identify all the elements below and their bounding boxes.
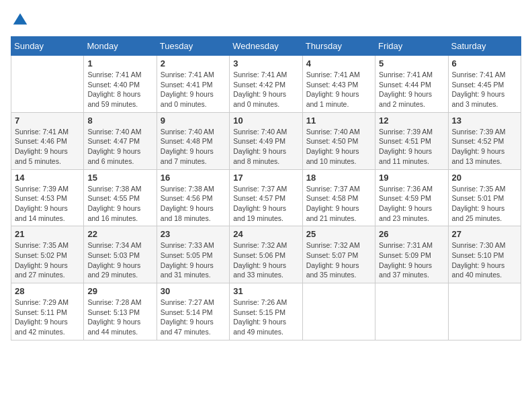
col-header-tuesday: Tuesday (157, 37, 229, 56)
day-number: 9 (161, 116, 226, 126)
day-info: Sunrise: 7:38 AM Sunset: 4:56 PM Dayligh… (161, 184, 226, 224)
day-cell (302, 283, 375, 340)
day-cell: 28Sunrise: 7:29 AM Sunset: 5:11 PM Dayli… (11, 283, 84, 340)
day-number: 24 (233, 229, 298, 239)
day-info: Sunrise: 7:39 AM Sunset: 4:51 PM Dayligh… (379, 127, 444, 167)
day-cell: 5Sunrise: 7:41 AM Sunset: 4:44 PM Daylig… (375, 56, 448, 113)
day-number: 5 (379, 58, 444, 68)
day-info: Sunrise: 7:39 AM Sunset: 4:52 PM Dayligh… (452, 127, 517, 167)
day-info: Sunrise: 7:40 AM Sunset: 4:50 PM Dayligh… (306, 127, 371, 167)
day-number: 7 (15, 116, 80, 126)
day-cell: 19Sunrise: 7:36 AM Sunset: 4:59 PM Dayli… (375, 169, 448, 226)
day-info: Sunrise: 7:41 AM Sunset: 4:44 PM Dayligh… (379, 70, 444, 109)
day-info: Sunrise: 7:41 AM Sunset: 4:41 PM Dayligh… (161, 70, 226, 109)
day-number: 29 (87, 286, 152, 296)
logo-icon (11, 11, 30, 30)
day-info: Sunrise: 7:35 AM Sunset: 5:02 PM Dayligh… (15, 240, 80, 280)
week-row: 28Sunrise: 7:29 AM Sunset: 5:11 PM Dayli… (11, 283, 521, 340)
day-cell: 17Sunrise: 7:37 AM Sunset: 4:57 PM Dayli… (230, 169, 302, 226)
day-number: 30 (161, 286, 226, 296)
day-number: 25 (306, 229, 371, 239)
day-info: Sunrise: 7:32 AM Sunset: 5:07 PM Dayligh… (306, 240, 371, 280)
day-cell: 2Sunrise: 7:41 AM Sunset: 4:41 PM Daylig… (157, 56, 229, 113)
day-info: Sunrise: 7:41 AM Sunset: 4:42 PM Dayligh… (233, 70, 298, 109)
day-cell: 6Sunrise: 7:41 AM Sunset: 4:45 PM Daylig… (448, 56, 521, 113)
day-info: Sunrise: 7:38 AM Sunset: 4:55 PM Dayligh… (87, 184, 152, 224)
week-row: 14Sunrise: 7:39 AM Sunset: 4:53 PM Dayli… (11, 169, 521, 226)
day-number: 20 (452, 173, 517, 183)
day-cell: 7Sunrise: 7:41 AM Sunset: 4:46 PM Daylig… (11, 112, 84, 169)
day-number: 1 (87, 58, 152, 68)
day-info: Sunrise: 7:40 AM Sunset: 4:49 PM Dayligh… (233, 127, 298, 167)
day-cell: 26Sunrise: 7:31 AM Sunset: 5:09 PM Dayli… (375, 226, 448, 283)
logo (11, 11, 32, 30)
col-header-sunday: Sunday (11, 37, 84, 56)
week-row: 21Sunrise: 7:35 AM Sunset: 5:02 PM Dayli… (11, 226, 521, 283)
day-number: 17 (233, 173, 298, 183)
day-cell: 14Sunrise: 7:39 AM Sunset: 4:53 PM Dayli… (11, 169, 84, 226)
col-header-saturday: Saturday (448, 37, 521, 56)
day-info: Sunrise: 7:28 AM Sunset: 5:13 PM Dayligh… (87, 298, 152, 337)
day-info: Sunrise: 7:34 AM Sunset: 5:03 PM Dayligh… (87, 240, 152, 280)
day-cell: 10Sunrise: 7:40 AM Sunset: 4:49 PM Dayli… (230, 112, 302, 169)
day-info: Sunrise: 7:30 AM Sunset: 5:10 PM Dayligh… (452, 240, 517, 280)
day-info: Sunrise: 7:35 AM Sunset: 5:01 PM Dayligh… (452, 184, 517, 224)
day-number: 31 (233, 286, 298, 296)
day-cell: 18Sunrise: 7:37 AM Sunset: 4:58 PM Dayli… (302, 169, 375, 226)
page-header (11, 11, 521, 30)
day-number: 8 (87, 116, 152, 126)
day-cell: 24Sunrise: 7:32 AM Sunset: 5:06 PM Dayli… (230, 226, 302, 283)
day-cell: 30Sunrise: 7:27 AM Sunset: 5:14 PM Dayli… (157, 283, 229, 340)
day-cell: 31Sunrise: 7:26 AM Sunset: 5:15 PM Dayli… (230, 283, 302, 340)
day-cell: 11Sunrise: 7:40 AM Sunset: 4:50 PM Dayli… (302, 112, 375, 169)
day-info: Sunrise: 7:26 AM Sunset: 5:15 PM Dayligh… (233, 298, 298, 337)
day-number: 10 (233, 116, 298, 126)
day-cell: 8Sunrise: 7:40 AM Sunset: 4:47 PM Daylig… (84, 112, 157, 169)
day-number: 16 (161, 173, 226, 183)
day-number: 4 (306, 58, 371, 68)
day-info: Sunrise: 7:41 AM Sunset: 4:43 PM Dayligh… (306, 70, 371, 109)
day-number: 27 (452, 229, 517, 239)
day-cell: 9Sunrise: 7:40 AM Sunset: 4:48 PM Daylig… (157, 112, 229, 169)
day-cell: 12Sunrise: 7:39 AM Sunset: 4:51 PM Dayli… (375, 112, 448, 169)
day-cell: 27Sunrise: 7:30 AM Sunset: 5:10 PM Dayli… (448, 226, 521, 283)
day-number: 12 (379, 116, 444, 126)
day-info: Sunrise: 7:36 AM Sunset: 4:59 PM Dayligh… (379, 184, 444, 224)
week-row: 7Sunrise: 7:41 AM Sunset: 4:46 PM Daylig… (11, 112, 521, 169)
day-info: Sunrise: 7:33 AM Sunset: 5:05 PM Dayligh… (161, 240, 226, 280)
day-cell: 16Sunrise: 7:38 AM Sunset: 4:56 PM Dayli… (157, 169, 229, 226)
day-cell: 21Sunrise: 7:35 AM Sunset: 5:02 PM Dayli… (11, 226, 84, 283)
col-header-thursday: Thursday (302, 37, 375, 56)
day-number: 13 (452, 116, 517, 126)
col-header-monday: Monday (84, 37, 157, 56)
day-info: Sunrise: 7:32 AM Sunset: 5:06 PM Dayligh… (233, 240, 298, 280)
day-info: Sunrise: 7:39 AM Sunset: 4:53 PM Dayligh… (15, 184, 80, 224)
calendar-table: SundayMondayTuesdayWednesdayThursdayFrid… (11, 36, 521, 340)
week-row: 1Sunrise: 7:41 AM Sunset: 4:40 PM Daylig… (11, 56, 521, 113)
day-info: Sunrise: 7:29 AM Sunset: 5:11 PM Dayligh… (15, 298, 80, 337)
day-number: 19 (379, 173, 444, 183)
day-cell: 15Sunrise: 7:38 AM Sunset: 4:55 PM Dayli… (84, 169, 157, 226)
day-cell (375, 283, 448, 340)
day-cell: 23Sunrise: 7:33 AM Sunset: 5:05 PM Dayli… (157, 226, 229, 283)
day-number: 14 (15, 173, 80, 183)
day-number: 3 (233, 58, 298, 68)
day-cell: 20Sunrise: 7:35 AM Sunset: 5:01 PM Dayli… (448, 169, 521, 226)
day-number: 22 (87, 229, 152, 239)
day-cell: 13Sunrise: 7:39 AM Sunset: 4:52 PM Dayli… (448, 112, 521, 169)
day-cell: 25Sunrise: 7:32 AM Sunset: 5:07 PM Dayli… (302, 226, 375, 283)
day-cell: 29Sunrise: 7:28 AM Sunset: 5:13 PM Dayli… (84, 283, 157, 340)
day-info: Sunrise: 7:41 AM Sunset: 4:45 PM Dayligh… (452, 70, 517, 109)
day-cell: 1Sunrise: 7:41 AM Sunset: 4:40 PM Daylig… (84, 56, 157, 113)
day-cell: 22Sunrise: 7:34 AM Sunset: 5:03 PM Dayli… (84, 226, 157, 283)
svg-marker-0 (13, 13, 28, 25)
day-cell (11, 56, 84, 113)
day-number: 26 (379, 229, 444, 239)
day-number: 21 (15, 229, 80, 239)
day-info: Sunrise: 7:31 AM Sunset: 5:09 PM Dayligh… (379, 240, 444, 280)
day-number: 11 (306, 116, 371, 126)
day-number: 15 (87, 173, 152, 183)
day-cell: 3Sunrise: 7:41 AM Sunset: 4:42 PM Daylig… (230, 56, 302, 113)
day-number: 28 (15, 286, 80, 296)
day-info: Sunrise: 7:40 AM Sunset: 4:47 PM Dayligh… (87, 127, 152, 167)
